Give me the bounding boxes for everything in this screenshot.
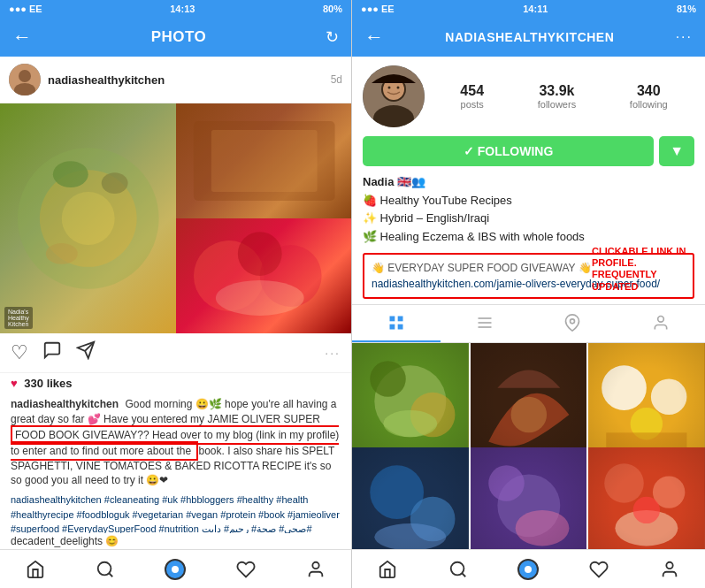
photo-grid xyxy=(352,343,705,549)
svg-point-38 xyxy=(410,393,456,438)
carrier-right: ●●● EE xyxy=(361,4,395,14)
svg-rect-27 xyxy=(398,317,403,322)
svg-line-18 xyxy=(109,573,112,577)
battery-pct-left: 80% xyxy=(323,4,342,14)
camera-icon-right xyxy=(517,559,539,580)
svg-point-1 xyxy=(19,70,31,82)
more-options-right[interactable]: ··· xyxy=(676,29,693,45)
svg-rect-29 xyxy=(398,325,403,330)
back-button-left[interactable]: ← xyxy=(12,26,32,49)
left-phone: ●●● EE 14:13 80% ← PHOTO ↻ nadiashealthy… xyxy=(0,0,352,588)
nav-heart-right[interactable] xyxy=(563,550,634,588)
heart-icon: ♥ xyxy=(11,377,18,390)
bottom-nav-right xyxy=(352,549,705,588)
tab-tagged[interactable] xyxy=(617,305,705,342)
nav-camera-left[interactable] xyxy=(141,550,211,588)
bio-line-2: ✨ Hybrid – English/Iraqi xyxy=(363,210,694,227)
svg-point-13 xyxy=(237,232,281,276)
nav-home-left[interactable] xyxy=(0,550,70,588)
post-image-1: Nadia'sHealthyKitchen xyxy=(0,103,176,333)
svg-rect-40 xyxy=(471,343,587,460)
right-phone: ●●● EE 14:11 81% ← NADIASHEALTHYKITCHEN … xyxy=(352,0,705,588)
svg-point-5 xyxy=(62,192,115,245)
nav-camera-right[interactable] xyxy=(494,550,564,588)
nav-profile-left[interactable] xyxy=(281,550,351,588)
time-left: 14:13 xyxy=(170,4,195,14)
likes-count[interactable]: ♥ 330 likes xyxy=(0,373,351,393)
post-username[interactable]: nadiashealthykitchen xyxy=(48,73,331,87)
following-btn-row: ✓ FOLLOWING ▼ xyxy=(352,133,705,170)
post-image-2 xyxy=(176,103,352,218)
tab-location[interactable] xyxy=(529,305,617,342)
stat-followers[interactable]: 33.9k followers xyxy=(538,83,576,110)
back-button-right[interactable]: ← xyxy=(364,26,384,49)
comment-button[interactable] xyxy=(42,340,62,365)
svg-rect-28 xyxy=(389,325,395,330)
svg-point-36 xyxy=(374,365,446,437)
nav-search-right[interactable] xyxy=(423,550,494,588)
nav-heart-left[interactable] xyxy=(211,550,280,588)
share-button[interactable] xyxy=(76,340,96,365)
profile-stats-row: 454 posts 33.9k followers 340 following xyxy=(352,57,705,133)
nav-home-right[interactable] xyxy=(352,550,423,588)
svg-point-53 xyxy=(488,465,525,501)
action-row: ♡ ··· xyxy=(0,333,351,373)
nav-header-left: ← PHOTO ↻ xyxy=(0,18,351,57)
stat-following[interactable]: 340 following xyxy=(630,83,668,110)
tab-grid[interactable] xyxy=(352,305,441,342)
svg-point-19 xyxy=(313,561,319,568)
svg-point-25 xyxy=(397,87,400,89)
svg-point-45 xyxy=(631,408,663,439)
following-button[interactable]: ✓ FOLLOWING xyxy=(363,136,654,166)
profile-tabs xyxy=(352,304,705,343)
photo-cell-4[interactable] xyxy=(352,447,469,550)
svg-point-43 xyxy=(602,365,648,410)
svg-point-14 xyxy=(215,280,303,316)
svg-point-7 xyxy=(102,172,128,194)
svg-point-49 xyxy=(410,496,456,541)
nav-profile-right[interactable] xyxy=(634,550,705,588)
likes-number: 330 likes xyxy=(24,377,72,390)
like-button[interactable]: ♡ xyxy=(11,341,28,364)
svg-point-60 xyxy=(450,561,464,575)
following-label: following xyxy=(630,99,668,110)
status-bar-left: ●●● EE 14:13 80% xyxy=(0,0,351,18)
svg-rect-47 xyxy=(352,447,469,550)
refresh-button[interactable]: ↻ xyxy=(326,27,339,47)
svg-point-39 xyxy=(383,410,437,437)
photo-cell-6[interactable] xyxy=(588,447,705,550)
svg-point-33 xyxy=(571,319,575,324)
following-dropdown-button[interactable]: ▼ xyxy=(659,136,694,166)
svg-point-34 xyxy=(658,317,664,323)
tab-list[interactable] xyxy=(441,305,529,342)
post-user-row: nadiashealthykitchen 5d xyxy=(0,57,351,103)
svg-point-52 xyxy=(497,474,560,537)
svg-point-56 xyxy=(605,463,645,503)
svg-point-48 xyxy=(370,465,424,519)
bottom-nav-left xyxy=(0,549,351,588)
bio-line-3: 🌿 Healing Eczema & IBS with whole foods xyxy=(363,228,694,246)
hashtags: nadiashealthykitchen #cleaneating #uk #h… xyxy=(0,491,351,533)
nav-search-left[interactable] xyxy=(70,550,140,588)
caption-username[interactable]: nadiashealthykitchen xyxy=(11,398,119,410)
svg-point-59 xyxy=(633,496,660,523)
svg-point-44 xyxy=(651,379,687,416)
photo-cell-3[interactable] xyxy=(588,343,705,460)
svg-point-62 xyxy=(666,561,672,568)
photo-cell-5[interactable] xyxy=(471,447,587,550)
stat-posts[interactable]: 454 posts xyxy=(460,83,484,110)
svg-point-50 xyxy=(374,523,446,549)
photo-cell-1[interactable] xyxy=(352,343,469,460)
avatar[interactable] xyxy=(9,64,41,95)
photo-cell-2[interactable] xyxy=(471,343,587,460)
post-image-grid: Nadia'sHealthyKitchen xyxy=(0,103,351,333)
profile-avatar[interactable] xyxy=(363,65,425,127)
svg-point-57 xyxy=(653,476,685,508)
display-name: Nadia 🇬🇧👥 xyxy=(363,173,694,191)
svg-point-17 xyxy=(98,561,111,575)
svg-rect-55 xyxy=(588,447,705,550)
svg-point-6 xyxy=(53,161,88,187)
profile-bio: Nadia 🇬🇧👥 🍓 Healthy YouTube Recipes ✨ Hy… xyxy=(352,170,705,248)
svg-point-58 xyxy=(616,509,678,546)
more-options-button[interactable]: ··· xyxy=(325,346,341,360)
